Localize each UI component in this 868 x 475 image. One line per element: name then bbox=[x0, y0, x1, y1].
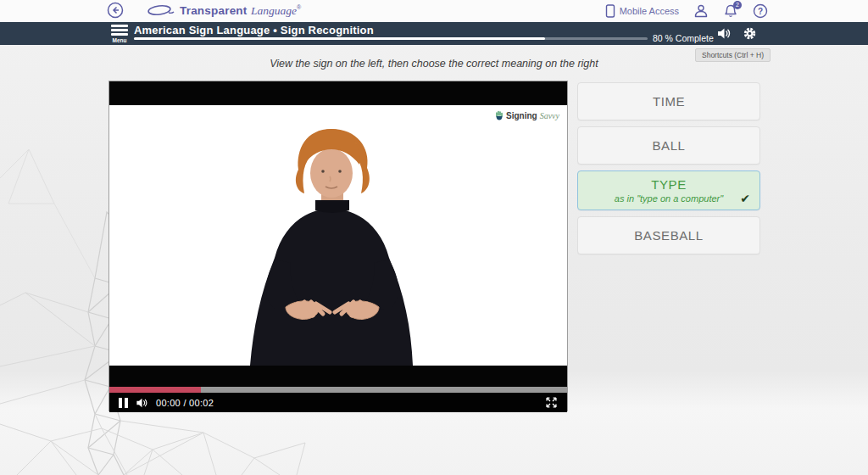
menu-button-label: Menu bbox=[110, 37, 129, 43]
brand-name-italic: Language bbox=[251, 4, 297, 17]
lesson-nav-bar: Menu American Sign Language • Sign Recog… bbox=[0, 22, 868, 45]
top-bar-actions: Mobile Access 2 ? bbox=[605, 0, 768, 22]
help-button[interactable]: ? bbox=[753, 3, 768, 19]
phone-icon bbox=[605, 4, 615, 18]
video-time-display: 00:00 / 00:02 bbox=[156, 398, 214, 408]
answer-label: TIME bbox=[653, 94, 685, 109]
pause-button[interactable] bbox=[119, 398, 128, 408]
speaker-icon bbox=[716, 26, 731, 41]
settings-button[interactable] bbox=[743, 26, 757, 41]
signer-illustration bbox=[109, 105, 567, 366]
menu-button[interactable]: Menu bbox=[110, 25, 129, 43]
brand-name-bold: Transparent bbox=[180, 4, 247, 17]
user-icon bbox=[693, 3, 709, 19]
video-letterbox-bottom bbox=[109, 366, 567, 387]
answer-baseball[interactable]: BASEBALL bbox=[577, 216, 760, 254]
account-button[interactable] bbox=[693, 3, 709, 19]
video-letterbox-top bbox=[109, 81, 567, 105]
gear-icon bbox=[743, 26, 757, 41]
answer-ball[interactable]: BALL bbox=[577, 126, 760, 165]
notification-badge: 2 bbox=[733, 1, 742, 9]
signing-savvy-hand-icon bbox=[495, 110, 504, 120]
lesson-progress-fill bbox=[134, 37, 545, 40]
sign-video-player: Signing Savvy 00:00 / 00:02 bbox=[108, 81, 568, 411]
video-seek-fill bbox=[109, 387, 201, 393]
video-frame[interactable]: Signing Savvy bbox=[109, 105, 567, 366]
progress-percent-label: 80 % Complete bbox=[653, 33, 714, 43]
watermark-text-primary: Signing bbox=[506, 111, 537, 120]
mobile-access-link[interactable]: Mobile Access bbox=[605, 4, 679, 18]
back-button[interactable] bbox=[107, 2, 124, 19]
answer-subtitle: as in "type on a computer" bbox=[615, 193, 723, 204]
instruction-text: View the sign on the left, then choose t… bbox=[0, 58, 868, 70]
answer-time[interactable]: TIME bbox=[577, 82, 760, 120]
fullscreen-button[interactable] bbox=[545, 396, 558, 409]
answer-label: TYPE bbox=[651, 177, 687, 192]
video-control-bar: 00:00 / 00:02 bbox=[109, 393, 567, 412]
brand-swoosh-icon bbox=[146, 3, 175, 17]
video-seek-bar[interactable] bbox=[109, 387, 567, 393]
answer-label: BASEBALL bbox=[634, 228, 704, 243]
sound-settings-button[interactable] bbox=[716, 26, 731, 41]
check-icon: ✔ bbox=[740, 192, 750, 205]
answer-choices: TIME BALL TYPE as in "type on a computer… bbox=[577, 82, 760, 254]
signing-savvy-watermark: Signing Savvy bbox=[495, 110, 559, 120]
watermark-text-secondary: Savvy bbox=[540, 111, 559, 120]
answer-type-correct[interactable]: TYPE as in "type on a computer" ✔ bbox=[577, 170, 760, 210]
top-bar: Transparent Language® Mobile Access 2 bbox=[0, 0, 868, 22]
mobile-access-label: Mobile Access bbox=[620, 6, 679, 16]
brand-logo[interactable]: Transparent Language® bbox=[146, 3, 301, 18]
svg-text:?: ? bbox=[758, 7, 763, 16]
volume-icon[interactable] bbox=[136, 397, 148, 409]
lesson-progress-bar bbox=[134, 37, 648, 40]
hamburger-icon bbox=[110, 25, 129, 36]
lesson-title: American Sign Language • Sign Recognitio… bbox=[134, 24, 374, 36]
notifications-button[interactable]: 2 bbox=[723, 3, 738, 19]
answer-label: BALL bbox=[652, 138, 685, 153]
help-icon: ? bbox=[753, 3, 768, 19]
brand-registered-mark: ® bbox=[297, 4, 301, 10]
